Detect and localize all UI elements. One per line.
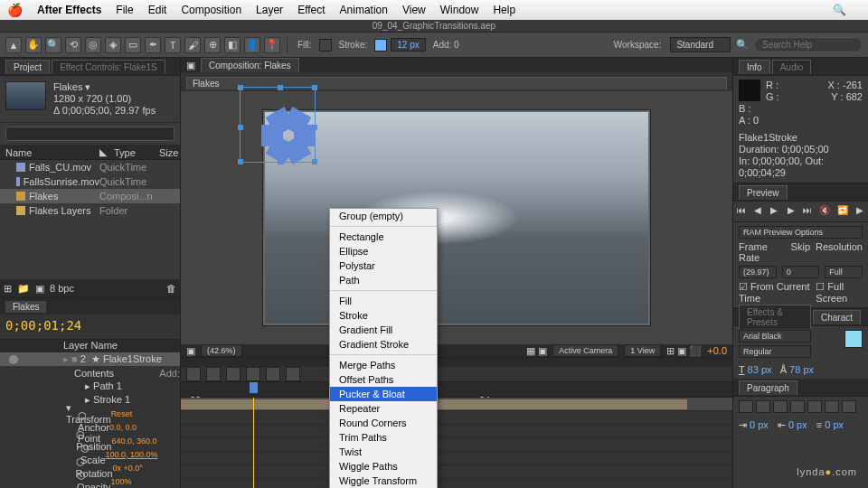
character-tab[interactable]: Charact: [813, 310, 861, 324]
property-row[interactable]: ▸ Path 1: [0, 380, 180, 393]
hand-tool[interactable]: ✋: [25, 37, 42, 53]
justify-center[interactable]: [807, 400, 822, 413]
zoom-tool[interactable]: 🔍: [45, 37, 61, 53]
property-row[interactable]: ContentsAdd:: [0, 366, 180, 380]
preview-tab[interactable]: Preview: [739, 185, 788, 200]
text-color[interactable]: [844, 330, 863, 348]
layer-row[interactable]: ▸ ■ 2 ★ Flake1Stroke: [0, 352, 180, 366]
eye-icon[interactable]: [9, 355, 18, 364]
project-search[interactable]: [5, 127, 175, 141]
list-item[interactable]: Falls_CU.movQuickTime: [0, 160, 180, 174]
zoom-dropdown[interactable]: (42.6%): [201, 344, 242, 357]
paragraph-tab[interactable]: Paragraph: [739, 380, 797, 395]
justify-left[interactable]: [790, 400, 805, 413]
apple-icon[interactable]: 🍎: [7, 3, 23, 17]
cti-head[interactable]: [250, 382, 258, 393]
list-item[interactable]: FallsSunrise.movQuickTime: [0, 174, 180, 189]
pan-behind-tool[interactable]: ◈: [105, 37, 121, 53]
timeline-tab[interactable]: Flakes: [5, 301, 46, 313]
spotlight-icon[interactable]: 🔍: [833, 4, 846, 16]
menu-item-pucker-bloat[interactable]: Pucker & Bloat: [330, 387, 437, 401]
comp-viewer[interactable]: [181, 91, 732, 344]
roto-tool[interactable]: 👤: [244, 37, 260, 53]
type-tool[interactable]: T: [165, 37, 181, 53]
align-left[interactable]: [739, 400, 753, 413]
justify-right[interactable]: [825, 400, 839, 413]
align-center[interactable]: [756, 400, 770, 413]
justify-all[interactable]: [842, 400, 856, 413]
tl-icon[interactable]: [206, 367, 221, 381]
property-row[interactable]: ⬡ Opacity100%: [0, 474, 180, 488]
next-frame[interactable]: ▶: [787, 205, 796, 218]
project-tab[interactable]: Project: [5, 60, 50, 74]
audio-tab[interactable]: Audio: [772, 60, 812, 74]
exposure[interactable]: +0.0: [707, 345, 727, 356]
res-dd[interactable]: Full: [825, 266, 863, 278]
clone-tool[interactable]: ⊕: [204, 37, 221, 53]
fill-swatch[interactable]: [319, 39, 332, 52]
tl-icon[interactable]: [186, 367, 201, 381]
shape-tool[interactable]: ▭: [125, 37, 141, 53]
current-time[interactable]: 0;00;01;24: [0, 314, 180, 340]
menu-item-path[interactable]: Path: [330, 273, 437, 287]
menu-file[interactable]: File: [116, 4, 133, 16]
menu-item-trim-paths[interactable]: Trim Paths: [330, 430, 437, 445]
menu-window[interactable]: Window: [440, 4, 479, 16]
menu-animation[interactable]: Animation: [340, 4, 388, 16]
menu-item-wiggle-transform[interactable]: Wiggle Transform: [330, 474, 437, 488]
brush-tool[interactable]: 🖌: [184, 37, 201, 53]
time-ruler[interactable]: 00s 02s 04s: [181, 382, 732, 398]
ram-preview-dropdown[interactable]: RAM Preview Options: [739, 226, 863, 239]
camera-dropdown[interactable]: Active Camera: [552, 344, 618, 357]
prev-frame[interactable]: ◀: [753, 205, 762, 218]
info-tab[interactable]: Info: [739, 60, 770, 74]
menu-item-twist[interactable]: Twist: [330, 445, 437, 459]
style-dd[interactable]: Regular: [739, 345, 811, 358]
tl-icon[interactable]: [226, 367, 241, 381]
rotate-tool[interactable]: ⟲: [65, 37, 81, 53]
menu-view[interactable]: View: [402, 4, 426, 16]
list-item[interactable]: FlakesComposi...n: [0, 189, 180, 203]
play[interactable]: ▶: [769, 205, 778, 218]
loop[interactable]: 🔁: [837, 205, 848, 218]
effect-controls-tab[interactable]: Effect Controls: Flake1S: [52, 60, 165, 74]
menu-item-rectangle[interactable]: Rectangle: [330, 230, 437, 244]
selection-tool[interactable]: ▲: [5, 37, 22, 53]
folder-icon[interactable]: 📁: [17, 283, 30, 295]
list-item[interactable]: Flakes LayersFolder: [0, 203, 180, 218]
skip-dd[interactable]: 0: [782, 266, 820, 278]
framerate-dd[interactable]: (29.97): [739, 266, 777, 278]
effects-tab[interactable]: Effects & Presets: [739, 305, 811, 329]
menu-item-wiggle-paths[interactable]: Wiggle Paths: [330, 459, 437, 474]
menu-item-polystar[interactable]: Polystar: [330, 258, 437, 273]
menu-item-ellipse[interactable]: Ellipse: [330, 244, 437, 258]
playhead[interactable]: [253, 398, 254, 488]
menu-layer[interactable]: Layer: [256, 4, 283, 16]
app-name[interactable]: After Effects: [37, 4, 101, 16]
font-dd[interactable]: Arial Black: [739, 330, 811, 343]
tl-icon[interactable]: [246, 367, 260, 381]
menu-item-round-corners[interactable]: Round Corners: [330, 416, 437, 430]
last-frame[interactable]: ⏭: [803, 205, 812, 218]
menu-item-stroke[interactable]: Stroke: [330, 308, 437, 323]
menu-effect[interactable]: Effect: [297, 4, 325, 16]
trash-icon[interactable]: 🗑: [166, 283, 176, 294]
view-dropdown[interactable]: 1 View: [624, 344, 661, 357]
comp-icon[interactable]: ▣: [35, 283, 44, 295]
pen-tool[interactable]: ✒: [145, 37, 161, 53]
help-search[interactable]: [754, 37, 863, 52]
menu-item-repeater[interactable]: Repeater: [330, 401, 437, 416]
menu-help[interactable]: Help: [493, 4, 515, 16]
comp-canvas[interactable]: [262, 109, 651, 326]
bpc-label[interactable]: 8 bpc: [50, 283, 74, 294]
camera-tool[interactable]: ◎: [85, 37, 101, 53]
menu-item-group-empty-[interactable]: Group (empty): [330, 209, 437, 223]
interpret-icon[interactable]: ⊞: [4, 283, 12, 295]
align-right[interactable]: [773, 400, 788, 413]
tl-icon[interactable]: [266, 367, 280, 381]
menu-item-gradient-stroke[interactable]: Gradient Stroke: [330, 337, 437, 352]
mute[interactable]: 🔇: [819, 205, 830, 218]
comp-pretab[interactable]: Composition: Flakes: [201, 58, 299, 72]
menu-item-merge-paths[interactable]: Merge Paths: [330, 358, 437, 372]
shape-snowflake[interactable]: [252, 99, 325, 172]
